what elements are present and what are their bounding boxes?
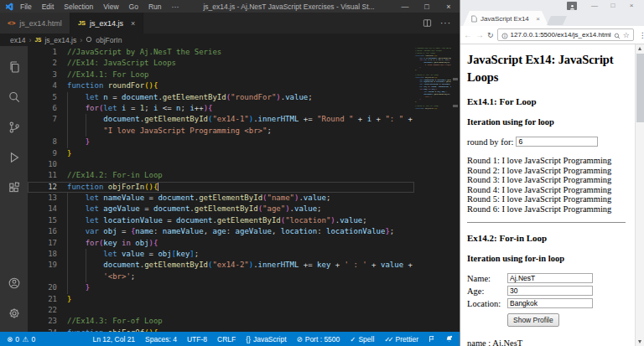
- chevron-right-icon: ›: [80, 36, 82, 44]
- feedback-icon[interactable]: [428, 335, 435, 343]
- breadcrumb-file[interactable]: js_ex14.js: [44, 36, 76, 44]
- code-line[interactable]: 10: [28, 159, 414, 170]
- browser-close-button[interactable]: ×: [622, 0, 641, 11]
- code-line[interactable]: 8}: [28, 137, 414, 147]
- settings-gear-icon[interactable]: [0, 298, 28, 328]
- new-tab-button[interactable]: [547, 16, 567, 25]
- code-line[interactable]: 5let n = document.getElementById("roundF…: [28, 92, 414, 103]
- round-line: Round 1: I love JavaScript Programming: [467, 156, 626, 166]
- forward-icon[interactable]: →: [475, 30, 484, 39]
- search-icon[interactable]: [0, 82, 28, 112]
- breadcrumb[interactable]: ex14 › JS js_ex14.js › objForIn: [0, 34, 460, 46]
- code-line[interactable]: 13let nameValue = document.getElementByI…: [28, 193, 414, 204]
- tab-close-icon[interactable]: ×: [536, 15, 540, 23]
- line-number: 6: [28, 103, 67, 114]
- code-line[interactable]: "I love JavaScript Programming <br>";: [28, 126, 414, 137]
- menu-run[interactable]: Run: [143, 3, 167, 11]
- code-line[interactable]: '<br>';: [28, 271, 414, 282]
- name-input[interactable]: [507, 273, 593, 283]
- cursor-position[interactable]: Ln 12, Col 21: [93, 335, 136, 343]
- menu-go[interactable]: Go: [124, 3, 143, 11]
- code-line[interactable]: 14let ageValue = document.getElementById…: [28, 204, 414, 214]
- code-line[interactable]: 9}: [28, 148, 414, 159]
- code-line[interactable]: 2//Ex14: JavaScript Loops: [28, 58, 414, 69]
- code-line[interactable]: 19document.getElementById("ex14-2").inne…: [28, 260, 414, 271]
- minimize-button[interactable]: —: [394, 3, 416, 11]
- code-line[interactable]: 3//Ex14.1: For Loop: [28, 70, 414, 80]
- source-control-icon[interactable]: [0, 112, 28, 142]
- location-input[interactable]: [507, 298, 593, 308]
- back-icon[interactable]: ←: [464, 30, 472, 39]
- tab-close-icon[interactable]: ×: [131, 19, 135, 28]
- warnings-indicator[interactable]: ⚠0: [23, 335, 35, 343]
- code-editor[interactable]: 1//JavaScript by Aj.NesT the Series2//Ex…: [28, 46, 460, 332]
- code-line[interactable]: 16var obj = {name: nameValue, age: ageVa…: [28, 226, 414, 237]
- line-number: 19: [28, 260, 67, 271]
- line-number: 2: [28, 58, 67, 69]
- minimap[interactable]: //JavaScript by Aj.NesT the Series//Ex14…: [415, 48, 451, 111]
- code-line[interactable]: 18let value = obj[key];: [28, 249, 414, 260]
- scrollbar-thumb[interactable]: [636, 54, 644, 122]
- browser-scrollbar[interactable]: [635, 44, 644, 346]
- code-area[interactable]: 1//JavaScript by Aj.NesT the Series2//Ex…: [28, 47, 414, 332]
- profile-avatar-icon[interactable]: [567, 2, 577, 10]
- eol-sequence[interactable]: CRLF: [217, 335, 236, 343]
- bookmark-star-icon[interactable]: ☆: [623, 31, 630, 39]
- overview-ruler[interactable]: [451, 46, 460, 332]
- code-line[interactable]: 24function objForOf(){: [28, 328, 414, 332]
- account-icon[interactable]: [0, 268, 28, 298]
- code-line[interactable]: 11//Ex14.2: For-in Loop: [28, 170, 414, 181]
- code-line[interactable]: 6for(let i = 1; i <= n; i++){: [28, 103, 414, 114]
- explorer-icon[interactable]: [0, 52, 28, 82]
- browser-menu-icon[interactable]: ⋮: [637, 31, 644, 39]
- code-line[interactable]: 22: [28, 305, 414, 316]
- menu-selection[interactable]: Selection: [59, 3, 98, 11]
- reload-icon[interactable]: ↻: [487, 31, 494, 39]
- tab-js-ex14-js[interactable]: JS js_ex14.js ×: [70, 13, 143, 34]
- line-number: 18: [28, 249, 67, 260]
- code-line[interactable]: 4function roundFor(){: [28, 80, 414, 91]
- code-line[interactable]: 1//JavaScript by Aj.NesT the Series: [28, 47, 414, 58]
- browser-maximize-button[interactable]: □: [604, 0, 622, 11]
- menu-file[interactable]: File: [15, 3, 37, 11]
- url-text[interactable]: 127.0.0.1:5500/ex14/js_ex14.html: [511, 31, 611, 39]
- menu-view[interactable]: View: [98, 3, 123, 11]
- browser-minimize-button[interactable]: —: [585, 0, 604, 11]
- code-line[interactable]: 17for(key in obj){: [28, 238, 414, 249]
- code-line[interactable]: 21}: [28, 294, 414, 305]
- prettier-status[interactable]: ✓✓Prettier: [384, 335, 418, 343]
- menu-more[interactable]: ⋯: [167, 3, 184, 11]
- indentation[interactable]: Spaces: 4: [145, 335, 177, 343]
- scroll-up-icon[interactable]: [636, 44, 644, 53]
- errors-indicator[interactable]: ⊗0: [7, 335, 19, 343]
- round-by-for-input[interactable]: [516, 137, 598, 147]
- code-line[interactable]: 12function objForIn(){: [28, 182, 414, 193]
- zoom-magnifier-icon[interactable]: [614, 28, 621, 43]
- breadcrumb-folder[interactable]: ex14: [10, 36, 25, 44]
- menu-edit[interactable]: Edit: [37, 3, 60, 11]
- extensions-icon[interactable]: [0, 173, 28, 203]
- maximize-button[interactable]: □: [416, 3, 438, 11]
- breadcrumb-symbol[interactable]: objForIn: [96, 36, 122, 44]
- code-line[interactable]: 23//Ex14.3: For-of Loop: [28, 316, 414, 327]
- info-circle-icon[interactable]: [501, 28, 508, 43]
- address-bar[interactable]: 127.0.0.1:5500/ex14/js_ex14.html ☆: [497, 28, 634, 41]
- tab-js-ex14-html[interactable]: <> js_ex14.html: [0, 13, 70, 34]
- code-line[interactable]: 20}: [28, 282, 414, 293]
- scroll-down-icon[interactable]: [638, 340, 641, 343]
- run-debug-icon[interactable]: [0, 142, 28, 173]
- line-number: 17: [28, 238, 67, 249]
- more-actions-icon[interactable]: ···: [440, 18, 451, 28]
- code-line[interactable]: 7document.getElementById("ex14-1").inner…: [28, 114, 414, 125]
- age-input[interactable]: [507, 286, 593, 296]
- close-button[interactable]: ×: [438, 3, 460, 11]
- language-mode[interactable]: {}JavaScript: [246, 335, 286, 343]
- live-server-port[interactable]: ⊘Port : 5500: [297, 335, 340, 343]
- encoding[interactable]: UTF-8: [187, 335, 207, 343]
- spell-checker[interactable]: ✓Spell: [350, 335, 374, 343]
- notifications-bell-icon[interactable]: [445, 335, 453, 343]
- browser-tab[interactable]: JavaScript Ex14 ×: [463, 11, 548, 26]
- code-line[interactable]: 15let locationValue = document.getElemen…: [28, 215, 414, 226]
- split-editor-icon[interactable]: [423, 16, 432, 31]
- show-profile-button[interactable]: Show Profile: [507, 313, 559, 327]
